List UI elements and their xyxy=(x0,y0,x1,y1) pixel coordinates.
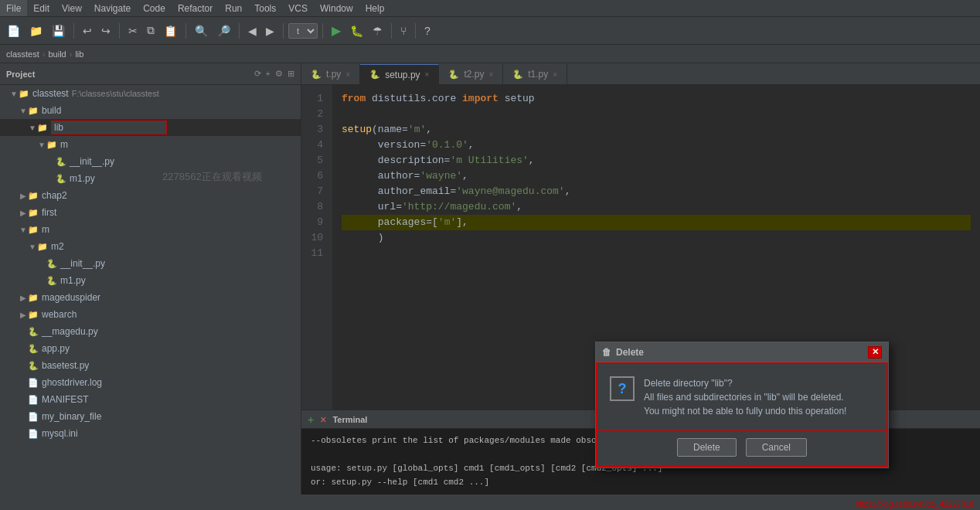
undo-btn[interactable]: ↩ xyxy=(79,22,96,39)
add-icon[interactable]: + xyxy=(266,69,271,79)
gear-icon[interactable]: ⚙ xyxy=(275,69,283,79)
open-btn[interactable]: 📁 xyxy=(26,22,46,39)
tree-m2-init[interactable]: 🐍 __init__.py xyxy=(0,255,301,272)
tree-build[interactable]: ▼ 📁 build xyxy=(0,102,301,119)
ln-10: 10 xyxy=(311,230,323,246)
tree-lib[interactable]: ▼ 📁 xyxy=(0,119,301,136)
file-tree: ▼ 📁 classtest F:\classes\stu\classtest ▼… xyxy=(0,85,301,495)
mageduspider-arrow: ▶ xyxy=(19,294,28,302)
mysql-label: mysql.ini xyxy=(42,428,78,439)
tree-binary[interactable]: 📄 my_binary_file xyxy=(0,408,301,425)
delete-confirm-btn[interactable]: Delete xyxy=(677,438,737,457)
build-arrow: ▼ xyxy=(19,107,28,115)
expand-icon[interactable]: ⊞ xyxy=(288,69,294,79)
tree-m2[interactable]: ▼ 📁 m2 xyxy=(0,238,301,255)
rename-input[interactable] xyxy=(51,121,167,134)
cancel-btn[interactable]: Cancel xyxy=(746,438,807,457)
menu-vcs[interactable]: VCS xyxy=(282,0,314,16)
search-btn[interactable]: 🔍 xyxy=(191,22,212,39)
app-py-label: app.py xyxy=(42,343,70,354)
copy-btn[interactable]: ⧉ xyxy=(143,22,158,39)
mysql-arrow xyxy=(19,430,28,438)
tree-first[interactable]: ▶ 📁 first xyxy=(0,204,301,221)
cut-btn[interactable]: ✂ xyxy=(124,22,141,39)
dialog-msg-line3: You might not be able to fully undo this… xyxy=(644,404,846,418)
new-btn[interactable]: 📄 xyxy=(3,22,24,39)
menu-file[interactable]: File xyxy=(0,0,27,16)
tree-root[interactable]: ▼ 📁 classtest F:\classes\stu\classtest xyxy=(0,85,301,102)
magedu-py-arrow xyxy=(19,328,28,336)
code-line-8: url='http://magedu.com', xyxy=(342,199,971,215)
debug-btn[interactable]: 🐛 xyxy=(346,22,367,39)
tree-magedu-py[interactable]: 🐍 __magedu.py xyxy=(0,323,301,340)
sync-icon[interactable]: ⟳ xyxy=(254,69,261,79)
lib-m-arrow: ▼ xyxy=(37,141,46,149)
tree-lib-m[interactable]: ▼ 📁 m xyxy=(0,136,301,153)
tab-setuppy[interactable]: 🐍 setup.py × xyxy=(360,64,439,84)
menu-edit[interactable]: Edit xyxy=(27,0,56,16)
menu-navigate[interactable]: Navigate xyxy=(88,0,137,16)
build-label: build xyxy=(42,105,61,116)
menu-view[interactable]: View xyxy=(56,0,88,16)
sep3 xyxy=(185,23,186,39)
tree-basetest-py[interactable]: 🐍 basetest.py xyxy=(0,357,301,374)
tree-webarch[interactable]: ▶ 📁 webarch xyxy=(0,306,301,323)
menu-run[interactable]: Run xyxy=(219,0,248,16)
tab-t2py-close[interactable]: × xyxy=(488,70,493,79)
tab-tpy[interactable]: 🐍 t.py × xyxy=(301,64,360,84)
m2-m1-arrow xyxy=(37,277,46,285)
breadcrumb-build[interactable]: build xyxy=(48,49,66,59)
tree-ghostdriver[interactable]: 📄 ghostdriver.log xyxy=(0,374,301,391)
tab-tpy-close[interactable]: × xyxy=(345,70,350,79)
menu-code[interactable]: Code xyxy=(137,0,172,16)
sep4 xyxy=(239,23,240,39)
menu-refactor[interactable]: Refactor xyxy=(172,0,219,16)
config-dropdown[interactable]: t xyxy=(288,23,318,39)
terminal-close-btn[interactable]: × xyxy=(320,413,326,426)
search-replace-btn[interactable]: 🔎 xyxy=(213,22,234,39)
tree-m1-py[interactable]: 🐍 m1.py xyxy=(0,170,301,187)
tree-m2-m1[interactable]: 🐍 m1.py xyxy=(0,272,301,289)
run-btn[interactable]: ▶ xyxy=(328,21,345,40)
dialog-close-btn[interactable]: ✕ xyxy=(868,346,882,359)
tab-setuppy-icon: 🐍 xyxy=(369,70,380,80)
menu-window[interactable]: Window xyxy=(314,0,359,16)
vcs-btn[interactable]: ⑂ xyxy=(396,22,410,39)
terminal-add-btn[interactable]: + xyxy=(308,413,314,426)
code-line-1: from distutils.core import setup xyxy=(342,91,971,107)
dialog-body: ? Delete directory "lib"? All files and … xyxy=(596,362,888,432)
menu-help[interactable]: Help xyxy=(359,0,391,16)
dialog-title-bar: 🗑 Delete ✕ xyxy=(596,342,888,362)
tab-t1py-label: t1.py xyxy=(528,69,548,80)
breadcrumb-lib[interactable]: lib xyxy=(75,49,83,59)
tree-init-py[interactable]: 🐍 __init__.py xyxy=(0,153,301,170)
paste-btn[interactable]: 📋 xyxy=(160,22,181,39)
lib-folder-icon: 📁 xyxy=(37,123,48,133)
help-btn[interactable]: ? xyxy=(420,22,434,39)
redo-btn[interactable]: ↪ xyxy=(97,22,114,39)
tab-t1py[interactable]: 🐍 t1.py × xyxy=(503,64,567,84)
tab-t1py-close[interactable]: × xyxy=(553,70,557,79)
tab-t2py[interactable]: 🐍 t2.py × xyxy=(439,64,503,84)
back-btn[interactable]: ◀ xyxy=(244,22,260,39)
terminal-tab[interactable]: Terminal xyxy=(332,415,367,424)
breadcrumb-classtest[interactable]: classtest xyxy=(6,49,39,59)
manifest-icon: 📄 xyxy=(28,395,39,405)
menu-tools[interactable]: Tools xyxy=(248,0,282,16)
tree-app-py[interactable]: 🐍 app.py xyxy=(0,340,301,357)
tree-manifest[interactable]: 📄 MANIFEST xyxy=(0,391,301,408)
ghostdriver-label: ghostdriver.log xyxy=(42,377,102,388)
m-root-label: m xyxy=(42,224,49,235)
sidebar-icons: ⟳ + ⚙ ⊞ xyxy=(254,69,294,79)
ghostdriver-icon: 📄 xyxy=(28,378,39,388)
tree-mageduspider[interactable]: ▶ 📁 mageduspider xyxy=(0,289,301,306)
tree-chap2[interactable]: ▶ 📁 chap2 xyxy=(0,187,301,204)
save-btn[interactable]: 💾 xyxy=(48,22,69,39)
app-py-icon: 🐍 xyxy=(28,344,39,354)
sep1 xyxy=(73,23,74,39)
forward-btn[interactable]: ▶ xyxy=(262,22,278,39)
coverage-btn[interactable]: ☂ xyxy=(369,22,386,39)
tab-setuppy-close[interactable]: × xyxy=(425,70,430,79)
tree-mysql[interactable]: 📄 mysql.ini xyxy=(0,425,301,442)
tree-m-root[interactable]: ▼ 📁 m xyxy=(0,221,301,238)
